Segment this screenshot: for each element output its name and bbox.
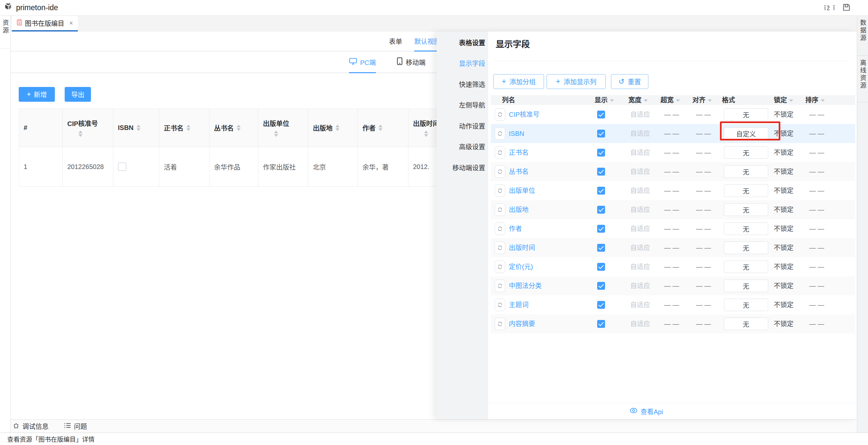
chevron-down-icon[interactable]	[676, 99, 680, 102]
chevron-down-icon[interactable]	[644, 99, 648, 102]
width-value[interactable]: 自适应	[630, 295, 650, 314]
books-column-header[interactable]: 出版时间	[408, 108, 437, 147]
field-name-link[interactable]: 中图法分类	[509, 276, 542, 295]
lock-value[interactable]: 不锁定	[774, 238, 794, 257]
view-tab-form[interactable]: 表单	[389, 32, 402, 51]
format-button[interactable]: 无	[724, 184, 768, 197]
field-row[interactable]: 作者自适应— —— —无不锁定— —	[491, 219, 855, 238]
show-checkbox[interactable]	[597, 282, 605, 290]
field-name-link[interactable]: 作者	[509, 219, 522, 238]
width-value[interactable]: 自适应	[630, 314, 650, 333]
sort-carets-icon[interactable]	[237, 125, 241, 131]
problems-button[interactable]: 问题	[64, 421, 87, 431]
lock-value[interactable]: 不锁定	[774, 105, 794, 124]
format-button[interactable]: 无	[724, 280, 768, 292]
books-column-header[interactable]: 出版单位	[258, 108, 308, 147]
chevron-down-icon[interactable]	[821, 99, 825, 102]
show-checkbox[interactable]	[597, 206, 605, 214]
left-rail-item-resources[interactable]: 资源	[0, 16, 10, 49]
books-column-header[interactable]: 正书名	[159, 108, 210, 147]
chevron-down-icon[interactable]	[610, 99, 614, 102]
sort-carets-icon[interactable]	[378, 125, 382, 131]
format-button[interactable]: 无	[724, 242, 768, 254]
field-row[interactable]: 主题词自适应— —— —无不锁定— —	[491, 295, 855, 314]
width-value[interactable]: 自适应	[630, 105, 650, 124]
format-button[interactable]: 无	[724, 108, 768, 121]
field-name-link[interactable]: 主题词	[509, 295, 529, 314]
settings-menu-item[interactable]: 左侧导航	[459, 101, 485, 110]
books-column-header[interactable]: ISBN	[113, 108, 159, 147]
save-icon[interactable]	[842, 3, 851, 13]
field-name-link[interactable]: 正书名	[509, 143, 529, 162]
books-column-header[interactable]: 丛书名	[210, 108, 258, 147]
width-value[interactable]: 自适应	[630, 257, 650, 276]
field-name-link[interactable]: 出版单位	[509, 181, 535, 200]
sync-icon[interactable]	[495, 280, 505, 292]
show-checkbox[interactable]	[597, 225, 605, 233]
field-name-link[interactable]: ISBN	[509, 124, 524, 143]
sort-carets-icon[interactable]	[274, 131, 278, 137]
reset-button[interactable]: ↺ 重置	[611, 74, 648, 89]
settings-menu-item[interactable]: 移动端设置	[453, 163, 485, 172]
width-value[interactable]: 自适应	[630, 200, 650, 219]
show-checkbox[interactable]	[597, 263, 605, 271]
field-row[interactable]: 出版地自适应— —— —无不锁定— —	[491, 200, 855, 219]
show-checkbox[interactable]	[597, 301, 605, 309]
lock-value[interactable]: 不锁定	[774, 162, 794, 181]
sort-carets-icon[interactable]	[79, 131, 83, 137]
width-value[interactable]: 自适应	[630, 219, 650, 238]
row-checkbox[interactable]	[118, 162, 126, 171]
format-button[interactable]: 无	[724, 318, 768, 330]
books-column-header[interactable]: 出版地	[308, 108, 358, 147]
field-name-link[interactable]: 定价(元)	[509, 257, 533, 276]
view-api-link[interactable]: 查看Api	[630, 403, 663, 420]
export-button[interactable]: 导出	[65, 87, 91, 102]
field-row[interactable]: 定价(元)自适应— —— —无不锁定— —	[491, 257, 855, 276]
field-name-link[interactable]: 出版地	[509, 200, 529, 219]
field-row[interactable]: ISBN自适应— —— —自定义不锁定— —	[491, 124, 855, 143]
width-value[interactable]: 自适应	[630, 162, 650, 181]
width-value[interactable]: 自适应	[630, 143, 650, 162]
sync-icon[interactable]	[495, 203, 505, 216]
debug-info-button[interactable]: 调试信息	[12, 421, 49, 431]
right-rail-item-offline[interactable]: 离线资源	[857, 56, 868, 102]
field-row[interactable]: 出版单位自适应— —— —无不锁定— —	[491, 181, 855, 200]
chevron-down-icon[interactable]	[708, 99, 712, 102]
add-button[interactable]: + 新增	[19, 87, 55, 102]
lock-value[interactable]: 不锁定	[774, 124, 794, 143]
tab-close-icon[interactable]: ×	[69, 19, 73, 27]
field-row[interactable]: 丛书名自适应— —— —无不锁定— —	[491, 162, 855, 181]
sync-icon[interactable]	[495, 318, 505, 330]
show-checkbox[interactable]	[597, 130, 605, 137]
sync-icon[interactable]	[495, 299, 505, 311]
width-value[interactable]: 自适应	[630, 276, 650, 295]
field-name-link[interactable]: 出版时间	[509, 238, 535, 257]
format-button[interactable]: 无	[724, 146, 768, 159]
settings-menu-item[interactable]: 显示字段	[459, 59, 485, 68]
sort-carets-icon[interactable]	[336, 125, 339, 131]
sort-carets-icon[interactable]	[136, 125, 141, 131]
lock-value[interactable]: 不锁定	[774, 219, 794, 238]
width-value[interactable]: 自适应	[630, 238, 650, 257]
sync-icon[interactable]	[495, 146, 505, 159]
format-button[interactable]: 无	[724, 222, 768, 235]
settings-menu-item[interactable]: 快速筛选	[459, 80, 485, 89]
sync-icon[interactable]	[495, 127, 505, 140]
sync-icon[interactable]	[495, 184, 505, 197]
format-button[interactable]: 无	[724, 261, 768, 273]
books-column-header[interactable]: CIP核准号	[63, 108, 113, 147]
right-rail-item-datasource[interactable]: 数据源	[857, 16, 868, 56]
sync-icon[interactable]	[495, 242, 505, 254]
tab-pc[interactable]: PC端	[349, 52, 376, 72]
table-row[interactable]: 12012265028活着余华作品作家出版社北京余华，著2012.	[19, 147, 437, 187]
field-row[interactable]: 中图法分类自适应— —— —无不锁定— —	[491, 276, 855, 295]
settings-menu-item[interactable]: 高级设置	[459, 142, 485, 152]
field-row[interactable]: CIP核准号自适应— —— —无不锁定— —	[491, 105, 855, 124]
show-checkbox[interactable]	[597, 110, 605, 119]
tab-mobile[interactable]: 移动端	[397, 52, 426, 72]
format-button[interactable]: 无	[724, 165, 768, 178]
lock-value[interactable]: 不锁定	[774, 200, 794, 219]
format-button[interactable]: 无	[724, 203, 768, 216]
books-column-header[interactable]: 作者	[358, 108, 408, 147]
tab-book-cip-catalog[interactable]: 图书在版编目 ×	[12, 16, 78, 32]
